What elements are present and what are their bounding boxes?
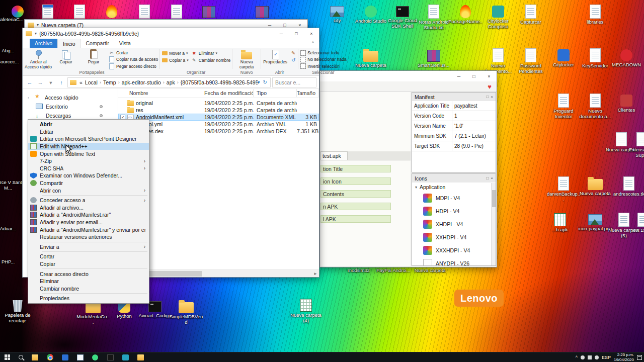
desktop-icon-libraries[interactable]: libraries <box>578 4 612 25</box>
tree-expander-icon[interactable]: ▾ <box>415 185 417 190</box>
menu-item-compartir[interactable]: Compartir <box>28 179 149 187</box>
desktop-icon-sourcec[interactable]: Sourcec... <box>0 59 25 65</box>
taskbar-search-button[interactable] <box>14 352 27 362</box>
column-header-nombre[interactable]: Nombre <box>118 89 201 97</box>
manifest-field-value[interactable]: 1 <box>452 113 496 119</box>
desktop-icon-notas-android-studio-txt[interactable]: Notas Android Studio.txt <box>417 4 451 31</box>
edit-button[interactable] <box>289 50 297 56</box>
quick-access-caret-icon[interactable]: ▾ <box>37 23 39 27</box>
scroll-right-icon[interactable]: ► <box>312 272 319 276</box>
menu-item-conceder-acceso-a[interactable]: Conceder acceso a› <box>28 197 149 204</box>
icons-scrollbar[interactable] <box>491 183 496 265</box>
menu-item-7-zip[interactable]: 7-Zip› <box>28 157 149 165</box>
desktop-icon-citylocker-completo[interactable]: Citylocker Completo <box>481 4 515 30</box>
desktop-icon-citylocker[interactable]: Citylocker <box>546 48 581 68</box>
desktop-icon-extensiones-super[interactable]: Extensiones Super <box>625 132 644 158</box>
sidebar-item-escritorio[interactable]: Escritorio <box>23 102 118 111</box>
file-row-res[interactable]: res19/04/2020 2:25 p.m.Carpeta de archiv… <box>118 107 319 114</box>
menu-item-anadir-a-androidmanifest-rar-y-enviar-por-email[interactable]: Añadir a "AndroidManifest.rar" y enviar … <box>28 226 149 233</box>
icons-tree-item-anydpi-v26[interactable]: ANYDPI - V26 <box>412 257 496 266</box>
menu-item-examinar-con-windows-defender[interactable]: Examinar con Windows Defender... <box>28 172 149 179</box>
tab-inicio[interactable]: Inicio <box>57 39 81 48</box>
copy-path-button[interactable]: Copiar ruta de acceso <box>108 56 159 62</box>
desktop-icon-proguard-inventor[interactable]: Proguard Inventor <box>546 93 581 120</box>
breadcrumb-item-80755f0a-b903-499b-9826-54956ffb9c9e[interactable]: {80755f0a-b903-499b-9826-54956ffb9c9e} <box>179 79 258 85</box>
taskbar-terminal-button[interactable] <box>103 352 118 362</box>
apk-action-button-l-apk[interactable]: l APK <box>320 215 391 223</box>
menu-item-enviar-a[interactable]: Enviar a› <box>28 243 149 251</box>
float-panel-icon[interactable]: □ <box>486 95 489 99</box>
search-input[interactable]: Buscar e... <box>272 77 316 87</box>
column-header-fecha-de-modificacion[interactable]: Fecha de modificación <box>201 89 254 97</box>
menu-item-open-with-sublime-text[interactable]: Open with Sublime Text <box>28 150 149 157</box>
forward-button[interactable]: → <box>36 79 45 85</box>
icons-tree-root[interactable]: ▾ Application <box>412 183 496 192</box>
close-panel-icon[interactable]: × <box>491 95 493 99</box>
apk-open-tab[interactable]: test.apk <box>320 151 348 160</box>
desktop-icon-packagename[interactable]: PackageName... <box>448 4 482 30</box>
tray-language[interactable]: ESP <box>602 355 611 360</box>
menu-item-copiar[interactable]: Copiar <box>28 260 149 268</box>
menu-item-crc-sha[interactable]: CRC SHA› <box>28 165 149 172</box>
menu-item-anadir-a-androidmanifest-rar[interactable]: Añadir a "AndroidManifest.rar" <box>28 211 149 219</box>
menu-item-editar-con-microsoft-sharepoint-designer[interactable]: Editar con Microsoft SharePoint Designer <box>28 135 149 143</box>
recent-locations-caret-icon[interactable]: ▾ <box>46 79 55 85</box>
desktop-icon-city[interactable]: city <box>320 4 354 24</box>
desktop-icon-fire[interactable] <box>95 4 129 18</box>
desktop-icon-darvenbackup[interactable]: darvenBackup... <box>546 176 581 203</box>
scrollbar-track[interactable] <box>125 270 312 277</box>
scrollbar-thumb[interactable] <box>492 190 496 207</box>
desktop-icon-pinwheel[interactable] <box>1 4 35 18</box>
select-all-button[interactable]: Seleccionar todo <box>299 50 348 56</box>
rename-button[interactable]: Cambiar nombre <box>190 57 231 63</box>
close-button[interactable]: × <box>481 71 497 81</box>
icons-tree-item-xhdpi-v4[interactable]: XHDPI - V4 <box>412 218 496 231</box>
close-button[interactable]: × <box>304 28 319 39</box>
donate-heart-icon[interactable]: ♥ <box>488 83 492 90</box>
menu-item-anadir-y-enviar-por-email[interactable]: Añadir y enviar por email... <box>28 219 149 226</box>
desktop-icon-capturcar[interactable]: Capturcar <box>514 4 548 25</box>
invert-selection-button[interactable]: Invertir selección <box>299 63 348 69</box>
breadcrumb-overflow-icon[interactable]: « <box>78 79 84 85</box>
maximize-button[interactable]: □ <box>289 28 304 39</box>
icons-tree-item-xxxhdpi-v4[interactable]: XXXHDPI - V4 <box>412 244 496 257</box>
desktop-icon-h-apk[interactable]: ...h.apk <box>543 212 577 233</box>
desktop-icon-android-studio[interactable]: Android Studio <box>354 4 388 24</box>
desktop-icon-andrescotes-tk[interactable]: andrescotes.tk <box>612 176 644 197</box>
manifest-field-value[interactable]: 7 (2.1 - Eclair) <box>452 133 496 139</box>
menu-item-edit-with-notepad[interactable]: Edit with Notepad++ <box>28 143 149 150</box>
desktop-icon-nueva-carpeta-4[interactable]: Nueva carpeta (4) <box>289 298 323 324</box>
tray-clock[interactable]: 2:25 p.m. 19/04/2020 <box>614 352 634 362</box>
action-center-icon[interactable] <box>637 355 642 360</box>
menu-item-cortar[interactable]: Cortar <box>28 253 149 260</box>
desktop-icon-nuevo-documento-a[interactable]: Nuevo documento a... <box>578 93 612 120</box>
chevron-right-icon[interactable]: › <box>28 96 32 100</box>
file-row-original[interactable]: original19/04/2020 2:25 p.m.Carpeta de a… <box>118 100 319 107</box>
menu-item-abrir[interactable]: Abrir <box>28 121 149 128</box>
properties-button[interactable]: Propiedades <box>262 48 289 69</box>
move-to-button[interactable]: Mover a▾ <box>160 50 190 56</box>
menu-item-eliminar[interactable]: Eliminar <box>28 278 149 285</box>
tray-status-icon[interactable] <box>595 355 599 359</box>
manifest-panel-header[interactable]: Manifest □ × <box>412 93 496 101</box>
menu-item-cambiar-nombre[interactable]: Cambiar nombre <box>28 285 149 292</box>
desktop-icon-simplemdbvend[interactable]: SimpleMDBVend <box>169 299 203 325</box>
desktop-icon-google-cloud-sdk-shell[interactable]: Google Cloud SDK Shell <box>385 4 420 29</box>
taskbar-document-app-button[interactable] <box>72 352 88 362</box>
taskbar-app-teal-button[interactable] <box>118 352 133 362</box>
desktop-icon-cafeteriac[interactable]: CafeteriaC... <box>0 17 27 23</box>
delete-button[interactable]: Eliminar▾ <box>190 50 231 56</box>
desktop-icon-doc[interactable] <box>62 4 97 19</box>
paste-shortcut-button[interactable]: Pegar acceso directo <box>108 63 159 69</box>
desktop-icon-aduar[interactable]: Aduar... <box>0 226 25 232</box>
minimize-button[interactable]: ─ <box>451 71 466 81</box>
desktop-icon-abg[interactable]: Abg... <box>0 48 25 54</box>
sidebar-item-acceso-rapido[interactable]: ›Acceso rápido <box>23 93 118 102</box>
desktop-icon-nueva-carpeta[interactable]: Nueva carpeta <box>578 176 612 197</box>
address-dropdown-caret-icon[interactable]: ▾ <box>258 79 260 85</box>
manifest-field-value[interactable]: 28 (9.0 - Pie) <box>452 143 496 149</box>
new-folder-button[interactable]: Nueva carpeta <box>233 48 260 69</box>
icons-tree-item-mdpi-v4[interactable]: MDPI - V4 <box>412 192 496 205</box>
breadcrumb-item-temp[interactable]: Temp <box>102 79 118 85</box>
desktop-icon-new-1sql-txt[interactable]: new 1sql.txt <box>626 212 644 233</box>
